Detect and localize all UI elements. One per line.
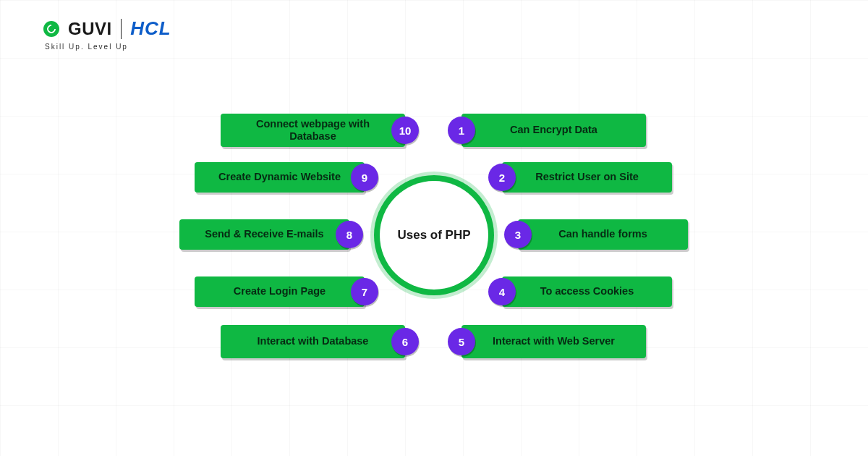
diagram-canvas: Uses of PHP Connect webpage with Databas… [0, 0, 868, 456]
diagram-item-8: Send & Receive E-mails 8 [179, 219, 363, 250]
diagram-label: Send & Receive E-mails [179, 219, 349, 250]
diagram-item-5: 5 Interact with Web Server [448, 325, 646, 358]
diagram-number-badge: 5 [448, 328, 475, 355]
center-hub-label: Uses of PHP [397, 228, 470, 242]
diagram-label: Interact with Web Server [461, 325, 646, 358]
diagram-label: Create Dynamic Website [195, 162, 365, 193]
diagram-number-badge: 2 [488, 164, 516, 191]
diagram-item-2: 2 Restrict User on Site [488, 162, 672, 193]
diagram-number-badge: 9 [351, 164, 378, 191]
diagram-number-badge: 1 [448, 117, 475, 144]
diagram-item-1: 1 Can Encrypt Data [448, 114, 646, 147]
diagram-item-7: Create Login Page 7 [195, 276, 378, 307]
diagram-number-badge: 8 [336, 221, 363, 248]
center-hub: Uses of PHP [380, 181, 488, 290]
diagram-number-badge: 4 [488, 278, 516, 305]
diagram-label: Create Login Page [195, 276, 365, 307]
diagram-number-badge: 6 [391, 328, 419, 355]
diagram-item-3: 3 Can handle forms [504, 219, 688, 250]
diagram-item-9: Create Dynamic Website 9 [195, 162, 378, 193]
diagram-number-badge: 3 [504, 221, 532, 248]
diagram-label: Connect webpage with Database [221, 114, 405, 147]
diagram-label: To access Cookies [502, 276, 672, 307]
diagram-item-10: Connect webpage with Database 10 [221, 114, 419, 147]
diagram-label: Can Encrypt Data [461, 114, 646, 147]
diagram-label: Can handle forms [518, 219, 688, 250]
diagram-label: Restrict User on Site [502, 162, 672, 193]
diagram-number-badge: 10 [391, 117, 419, 144]
diagram-number-badge: 7 [351, 278, 378, 305]
diagram-item-4: 4 To access Cookies [488, 276, 672, 307]
diagram-label: Interact with Database [221, 325, 405, 358]
diagram-item-6: Interact with Database 6 [221, 325, 419, 358]
